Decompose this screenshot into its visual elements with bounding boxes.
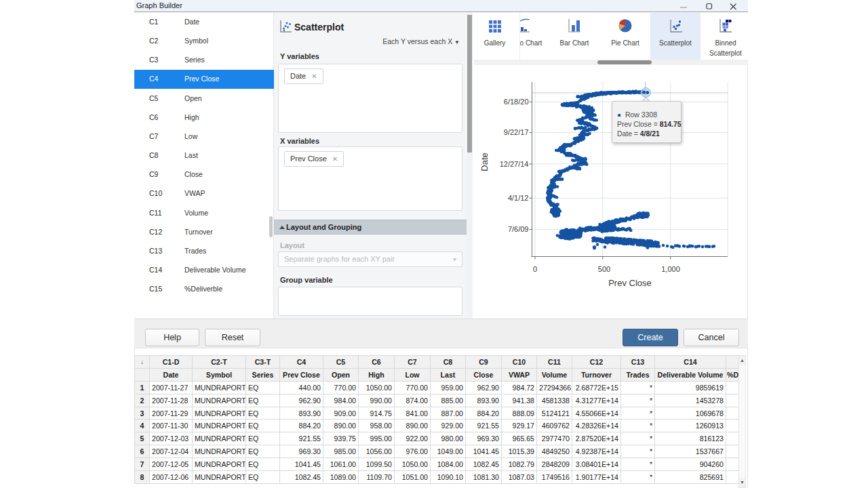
svg-text:4/1/12: 4/1/12 bbox=[508, 194, 529, 202]
svg-text:1,000: 1,000 bbox=[661, 265, 680, 273]
svg-text:Prev Close: Prev Close bbox=[608, 278, 652, 288]
svg-text:9/22/17: 9/22/17 bbox=[504, 128, 529, 136]
svg-text:0: 0 bbox=[533, 265, 537, 273]
svg-text:6/18/20: 6/18/20 bbox=[504, 98, 529, 106]
svg-text:7/6/09: 7/6/09 bbox=[508, 225, 529, 233]
svg-text:12/27/14: 12/27/14 bbox=[500, 160, 529, 168]
svg-text:Date: Date bbox=[479, 152, 490, 171]
svg-text:500: 500 bbox=[598, 265, 610, 273]
